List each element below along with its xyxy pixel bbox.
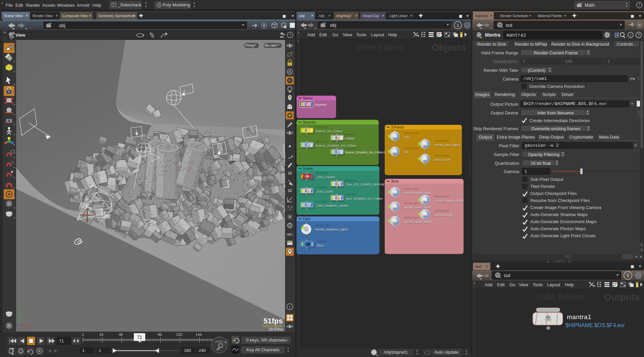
svg-text:144: 144 xyxy=(196,333,202,337)
svg-text:?: ? xyxy=(289,33,291,37)
svg-text:i: i xyxy=(630,33,631,37)
svg-text:x: x xyxy=(30,326,32,330)
svg-text:5: 5 xyxy=(627,273,629,278)
svg-text:12: 12 xyxy=(288,189,292,193)
svg-text:19.47ms: 19.47ms xyxy=(269,327,283,331)
svg-text:71: 71 xyxy=(59,339,64,344)
svg-text:Persp: Persp xyxy=(245,43,255,47)
svg-text:1: 1 xyxy=(82,333,84,337)
svg-text:?: ? xyxy=(638,3,641,7)
svg-text:?: ? xyxy=(638,33,640,37)
svg-text:i: i xyxy=(289,305,290,309)
svg-text:24: 24 xyxy=(99,333,103,337)
svg-text:96: 96 xyxy=(158,333,162,337)
svg-text:H: H xyxy=(614,32,619,39)
svg-text:120: 120 xyxy=(176,333,182,337)
svg-text:y: y xyxy=(18,306,20,310)
svg-text:12: 12 xyxy=(288,171,292,175)
svg-text:abc: abc xyxy=(287,232,293,236)
svg-text:No cam: No cam xyxy=(265,43,277,47)
svg-text:1: 1 xyxy=(457,23,459,28)
svg-text:48: 48 xyxy=(119,333,123,337)
